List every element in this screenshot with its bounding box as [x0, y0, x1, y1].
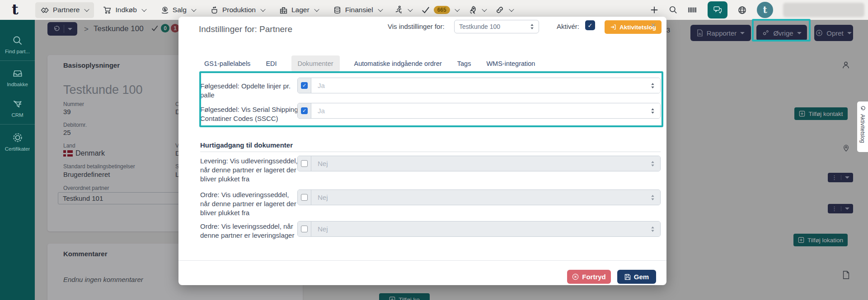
nav-indkob[interactable]: Indkøb: [98, 2, 151, 18]
setting-control: ✓ Ja: [297, 78, 661, 93]
chevron-down-icon: [509, 7, 514, 12]
certificate-seal-icon: [12, 132, 23, 143]
nav-label: Partnere: [53, 6, 80, 14]
nav-integrations[interactable]: [493, 2, 516, 18]
show-settings-for-label: Vis indstillinger for:: [388, 23, 445, 30]
nav-label: Lager: [291, 6, 310, 14]
sidebar-item-find-partner[interactable]: Find part...: [0, 20, 35, 60]
tasks-count-badge: 665: [434, 6, 450, 14]
cart-icon: [103, 6, 112, 14]
nav-logistics[interactable]: [391, 2, 415, 18]
setting-select[interactable]: Ja: [311, 103, 660, 118]
nav-label: Produktion: [222, 6, 256, 14]
sidebar-item-crm[interactable]: CRM: [0, 92, 35, 123]
close-icon[interactable]: ×: [651, 20, 656, 30]
setting-checkbox[interactable]: ✓: [301, 82, 308, 89]
section-divider: [200, 152, 661, 152]
setting-checkbox[interactable]: [301, 194, 308, 201]
show-settings-for-select[interactable]: Testkunde 100: [454, 20, 539, 33]
chevron-down-icon: [191, 7, 196, 12]
checkbox-addon: [298, 190, 311, 205]
nav-lager[interactable]: Lager: [274, 2, 324, 18]
nav-partnere[interactable]: Partnere: [35, 2, 94, 18]
select-arrows-icon: [651, 108, 655, 114]
production-icon: [210, 6, 219, 14]
search-icon[interactable]: [669, 5, 678, 14]
handshake-icon: [41, 6, 49, 14]
floppy-disk-icon: [624, 274, 631, 280]
checkbox-addon: ✓: [298, 78, 311, 93]
runner-icon: [394, 5, 403, 14]
chevron-down-icon: [408, 7, 413, 12]
setting-checkbox[interactable]: [301, 160, 308, 167]
modal-tabs: GS1-pallelabels EDI Dokumenter Automatis…: [203, 55, 536, 72]
setting-checkbox[interactable]: ✓: [301, 107, 308, 114]
save-button[interactable]: Gem: [617, 270, 656, 284]
finance-icon: [333, 6, 342, 14]
tab-gs1-pallelabels[interactable]: GS1-pallelabels: [203, 55, 251, 72]
sidebar-item-certifikater[interactable]: Certifikater: [0, 125, 35, 157]
setting-label: Levering: Vis udleveringsseddel, når den…: [200, 157, 299, 184]
setting-label: Følgeseddel: Vis Serial Shipping Contati…: [200, 105, 299, 123]
chat-button[interactable]: [708, 1, 727, 18]
chevron-down-icon: [482, 7, 487, 12]
avatar[interactable]: t: [757, 2, 773, 18]
nav-finansiel[interactable]: Finansiel: [328, 2, 388, 18]
setting-label: Følgeseddel: Opdelte linjer pr. palle: [200, 82, 299, 100]
barcode-icon[interactable]: [688, 5, 698, 14]
link-icon: [495, 5, 504, 14]
tab-dokumenter[interactable]: Dokumenter: [291, 55, 340, 72]
app-logo[interactable]: t: [12, 1, 19, 18]
globe-icon[interactable]: [737, 5, 747, 15]
setting-label: Ordre: Vis leveringsseddel, når denne pa…: [200, 222, 299, 240]
cancel-button[interactable]: Fortryd: [567, 270, 611, 284]
user-name-blurred: [783, 3, 864, 17]
nav-salg[interactable]: Salg: [155, 2, 201, 18]
nav-label: Salg: [173, 6, 187, 14]
enter-arrow-icon: [610, 24, 616, 30]
modal-title: Indstillinger for: Partnere: [199, 24, 292, 34]
warehouse-icon: [279, 6, 288, 14]
sales-icon: [160, 6, 169, 14]
activate-checkbox[interactable]: ✓: [585, 20, 595, 30]
tab-wms-integration[interactable]: WMS-integration: [485, 55, 536, 72]
tab-automatiske-ordrer[interactable]: Automatiske indgående ordrer: [353, 55, 443, 72]
nav-label: Finansiel: [345, 6, 373, 14]
footer-divider: [178, 260, 666, 261]
settings-modal: Indstillinger for: Partnere Vis indstill…: [178, 17, 666, 285]
add-icon[interactable]: [650, 5, 659, 14]
crm-icon: [12, 99, 23, 110]
setting-checkbox[interactable]: [301, 226, 308, 232]
setting-select[interactable]: Nej: [311, 190, 660, 205]
nav-launch[interactable]: [465, 2, 489, 18]
select-arrows-icon: [530, 23, 534, 30]
select-arrows-icon: [651, 83, 655, 89]
checkbox-addon: [298, 222, 311, 236]
select-arrows-icon: [651, 194, 655, 201]
tab-edi[interactable]: EDI: [265, 55, 277, 72]
setting-select[interactable]: Nej: [311, 156, 660, 171]
rocket-icon: [468, 5, 477, 14]
chevron-down-icon: [314, 7, 319, 12]
activity-log-vertical-tab[interactable]: Aktivitetslog: [857, 102, 868, 152]
section-header: Hurtigadgang til dokumenter: [200, 141, 293, 149]
sidebar-item-indbakke[interactable]: Indbakke: [0, 62, 35, 92]
tab-tags[interactable]: Tags: [456, 55, 472, 72]
chevron-down-icon: [378, 7, 383, 12]
activate-label: Aktivér:: [557, 23, 579, 30]
sidebar-divider: [0, 60, 35, 61]
checkbox-addon: ✓: [298, 103, 311, 118]
setting-label: Ordre: Vis udleveringsseddel, når denne …: [200, 190, 299, 217]
chevron-down-icon: [141, 7, 146, 12]
nav-produktion[interactable]: Produktion: [205, 2, 270, 18]
setting-control: Nej: [297, 221, 661, 237]
select-arrows-icon: [651, 226, 655, 232]
setting-select[interactable]: Nej: [311, 222, 660, 236]
chevron-down-icon: [84, 7, 89, 12]
checkbox-addon: [298, 156, 311, 171]
setting-select[interactable]: Ja: [311, 78, 660, 93]
nav-tasks[interactable]: 665: [418, 2, 462, 18]
inbox-icon: [12, 68, 23, 79]
x-circle-icon: [572, 273, 579, 280]
select-arrows-icon: [651, 161, 655, 167]
